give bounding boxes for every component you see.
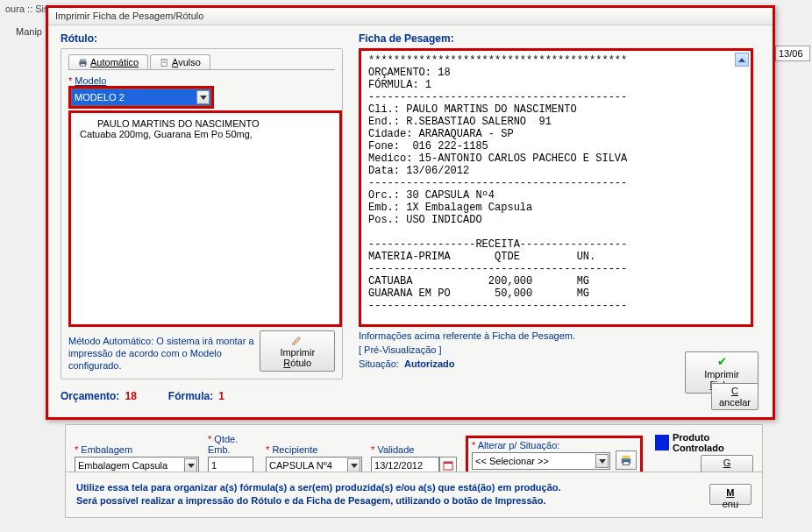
printer-icon — [620, 454, 632, 466]
embalagem-label: * Embalagem — [75, 444, 199, 455]
doc-icon — [160, 58, 169, 67]
scroll-up-icon[interactable] — [735, 53, 749, 67]
print-button[interactable] — [616, 450, 637, 470]
ficha-content: ****************************************… — [368, 54, 627, 312]
rotulo-section-label: Rótulo: — [61, 32, 343, 45]
formula-value: 1 — [218, 390, 224, 402]
svg-rect-7 — [444, 462, 452, 464]
auto-method-hint: Método Automático: O sistema irá montar … — [68, 336, 260, 372]
formula-label: Fórmula: — [168, 390, 213, 402]
orcamento-label: Orçamento: — [61, 390, 119, 402]
alterar-situacao-label: * Alterar p/ Situação: — [472, 440, 610, 450]
bottom-info-panel: Utilize essa tela para organizar a(s) fó… — [65, 472, 763, 518]
ficha-info-line1: Informações acima referente à Ficha de P… — [359, 330, 760, 341]
svg-rect-8 — [623, 456, 630, 459]
imprimir-rotulo-button[interactable]: Imprimir Rótulo — [260, 330, 335, 372]
tab-automatico[interactable]: Automático — [68, 54, 148, 69]
edit-icon — [291, 334, 303, 346]
tab-automatico-label: Automático — [90, 57, 139, 67]
cancelar-button[interactable]: Cancelar — [711, 383, 759, 410]
rotulo-tabs: Automático Avulso — [68, 54, 335, 70]
situacao-select[interactable] — [472, 452, 610, 470]
ficha-section-label: Ficha de Pesagem: — [359, 32, 760, 45]
bottom-info-text: Utilize essa tela para organizar a(s) fó… — [76, 481, 561, 508]
svg-rect-10 — [623, 462, 630, 465]
check-icon: ✔ — [717, 355, 727, 368]
calendar-icon — [443, 460, 453, 471]
modelo-select[interactable] — [71, 89, 211, 106]
orcamento-value: 18 — [125, 390, 136, 402]
tab-avulso[interactable]: Avulso — [150, 54, 210, 69]
tab-avulso-label: Avulso — [172, 57, 201, 67]
imprimir-rotulo-label: Imprimir Rótulo — [268, 347, 326, 368]
produto-controlado-indicator: Produto Controlado — [655, 432, 753, 453]
validade-label: * Validade — [371, 444, 457, 455]
preview-client-name: PAULO MARTINS DO NASCIMENTO — [80, 118, 331, 129]
printer-icon — [78, 58, 88, 67]
svg-rect-0 — [80, 59, 86, 61]
bg-window-title: oura :: Sis — [0, 4, 49, 14]
rotulo-preview: PAULO MARTINS DO NASCIMENTO Catuaba 200m… — [68, 110, 342, 327]
svg-rect-2 — [81, 63, 86, 66]
recipiente-label: * Recipiente — [266, 444, 362, 455]
situacao-value: Autorizado — [404, 358, 454, 369]
modelo-label: * Modelo — [68, 75, 335, 86]
blue-square-icon — [655, 435, 669, 450]
dialog-title: Imprimir Ficha de Pesagem/Rótulo — [48, 8, 773, 25]
ficha-text-box[interactable]: ****************************************… — [359, 48, 753, 327]
qtde-label: * Qtde. Emb. — [208, 434, 257, 455]
bg-date-field[interactable]: 13/06 — [775, 46, 810, 61]
preview-formula-line: Catuaba 200mg, Guarana Em Po 50mg, — [80, 129, 331, 139]
bg-menu-fragment: Manip — [16, 26, 49, 37]
menu-button[interactable]: Menu — [709, 484, 751, 505]
print-dialog: Imprimir Ficha de Pesagem/Rótulo Rótulo:… — [46, 5, 775, 420]
